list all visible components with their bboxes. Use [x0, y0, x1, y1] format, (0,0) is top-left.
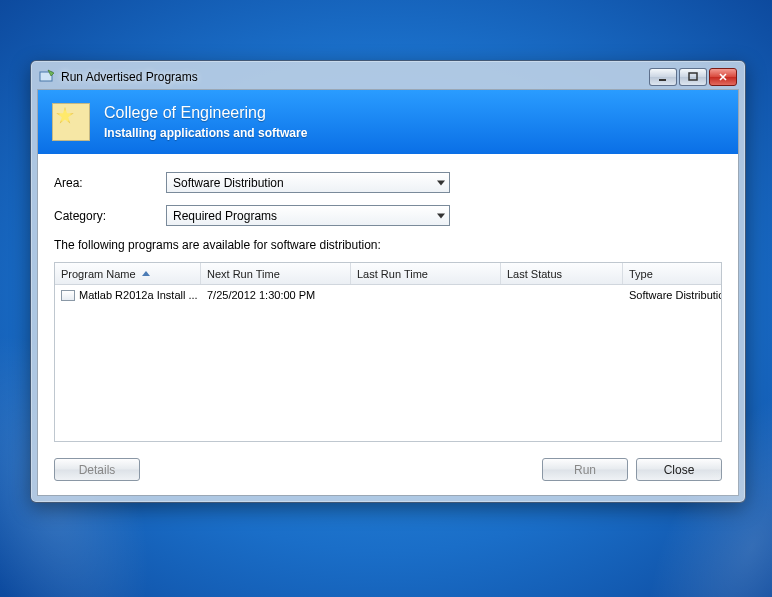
- button-row: Details Run Close: [54, 458, 722, 481]
- svg-rect-3: [689, 73, 697, 80]
- cell-next: 7/25/2012 1:30:00 PM: [201, 289, 351, 301]
- banner-heading: College of Engineering: [104, 104, 307, 122]
- area-value: Software Distribution: [173, 176, 284, 190]
- client-area: College of Engineering Installing applic…: [37, 89, 739, 496]
- column-program-name[interactable]: Program Name: [55, 263, 201, 284]
- close-window-button[interactable]: [709, 68, 737, 86]
- minimize-button[interactable]: [649, 68, 677, 86]
- banner: College of Engineering Installing applic…: [38, 90, 738, 154]
- svg-rect-2: [659, 79, 666, 81]
- category-label: Category:: [54, 209, 166, 223]
- close-button[interactable]: Close: [636, 458, 722, 481]
- window: Run Advertised Programs College of Engin…: [30, 60, 746, 503]
- cell-name: Matlab R2012a Install ...: [55, 289, 201, 301]
- window-controls: [649, 68, 737, 86]
- banner-icon: [52, 103, 90, 141]
- hint-text: The following programs are available for…: [54, 238, 722, 252]
- column-next-run[interactable]: Next Run Time: [201, 263, 351, 284]
- titlebar[interactable]: Run Advertised Programs: [37, 67, 739, 89]
- category-select[interactable]: Required Programs: [166, 205, 450, 226]
- details-button[interactable]: Details: [54, 458, 140, 481]
- body: Area: Software Distribution Category: Re…: [38, 154, 738, 495]
- category-row: Category: Required Programs: [54, 205, 722, 226]
- banner-text: College of Engineering Installing applic…: [104, 104, 307, 140]
- spacer: [148, 458, 534, 481]
- app-icon: [39, 69, 55, 85]
- cell-name-text: Matlab R2012a Install ...: [79, 289, 198, 301]
- listview-header: Program Name Next Run Time Last Run Time…: [55, 263, 721, 285]
- window-title: Run Advertised Programs: [61, 70, 649, 84]
- run-button[interactable]: Run: [542, 458, 628, 481]
- area-label: Area:: [54, 176, 166, 190]
- area-select[interactable]: Software Distribution: [166, 172, 450, 193]
- program-icon: [61, 290, 75, 301]
- maximize-button[interactable]: [679, 68, 707, 86]
- table-row[interactable]: Matlab R2012a Install ... 7/25/2012 1:30…: [55, 285, 721, 305]
- programs-listview[interactable]: Program Name Next Run Time Last Run Time…: [54, 262, 722, 442]
- category-value: Required Programs: [173, 209, 277, 223]
- banner-sub: Installing applications and software: [104, 126, 307, 140]
- area-row: Area: Software Distribution: [54, 172, 722, 193]
- cell-type: Software Distribution: [623, 289, 721, 301]
- column-last-run[interactable]: Last Run Time: [351, 263, 501, 284]
- column-type[interactable]: Type: [623, 263, 721, 284]
- column-last-status[interactable]: Last Status: [501, 263, 623, 284]
